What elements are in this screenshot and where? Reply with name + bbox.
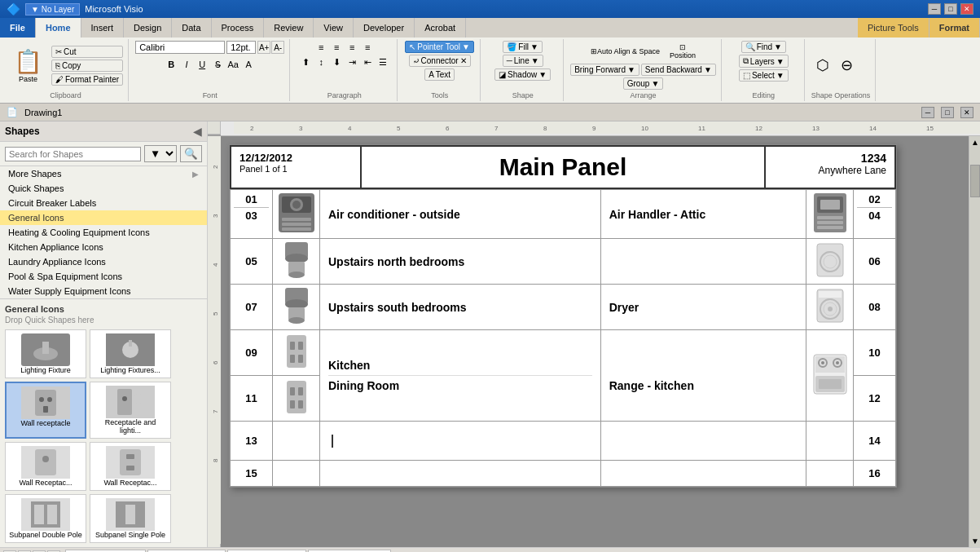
shape-card-lighting-fixture[interactable]: Lighting Fixture — [5, 329, 86, 378]
tab-developer[interactable]: Developer — [354, 18, 415, 38]
document-title: Drawing1 — [24, 108, 62, 117]
svg-rect-15 — [126, 466, 134, 470]
search-bar: ▼ 🔍 — [0, 142, 207, 166]
find-button[interactable]: 🔍 Find ▼ — [741, 41, 786, 53]
shape-card-subpanel-single[interactable]: Subpanel Single Pole — [90, 494, 171, 543]
sidebar-item-heating-cooling[interactable]: Heating & Cooling Equipment Icons — [0, 225, 207, 240]
select-button[interactable]: ⬚ Select ▼ — [739, 69, 789, 82]
underline-button[interactable]: U — [195, 58, 209, 71]
font-name-input[interactable] — [135, 41, 225, 54]
shadow-icon: ◪ — [499, 70, 506, 79]
tab-file[interactable]: File — [0, 18, 36, 38]
shape-card-wall-receptac-1[interactable]: Wall Receptac... — [5, 442, 86, 491]
list-button[interactable]: ☰ — [376, 55, 390, 68]
sidebar-item-kitchen[interactable]: Kitchen Appliance Icons — [0, 240, 207, 254]
tab-insert[interactable]: Insert — [81, 18, 125, 38]
connector-button[interactable]: ⤾ Connector ✕ — [409, 55, 471, 67]
shape-card-subpanel-double[interactable]: Subpanel Double Pole — [5, 494, 86, 543]
strikethrough-button[interactable]: S̶ — [210, 58, 225, 71]
svg-text:13: 13 — [812, 125, 820, 132]
svg-rect-50 — [282, 227, 311, 231]
bring-forward-button[interactable]: Bring Forward▼ — [570, 64, 639, 76]
clipboard-group-title: Clipboard — [8, 90, 123, 99]
scroll-up-button[interactable]: ▲ — [969, 136, 980, 148]
bold-button[interactable]: B — [164, 58, 178, 71]
align-middle-button[interactable]: ↕ — [314, 55, 328, 68]
scroll-down-button[interactable]: ▼ — [969, 535, 980, 547]
align-center-button[interactable]: ≡ — [329, 41, 344, 54]
tab-process[interactable]: Process — [212, 18, 265, 38]
align-left-button[interactable]: ≡ — [314, 41, 328, 54]
no-layer-dropdown[interactable]: ▼ No Layer — [25, 3, 80, 15]
minimize-button[interactable]: ─ — [928, 3, 941, 15]
svg-text:5: 5 — [212, 311, 219, 316]
font-case-button[interactable]: Aa — [226, 58, 240, 71]
outdent-button[interactable]: ⇤ — [360, 55, 375, 68]
circuit-num-08: 08 — [854, 285, 896, 330]
align-justify-button[interactable]: ≡ — [360, 41, 375, 54]
copy-button[interactable]: ⎘ Copy — [51, 60, 123, 72]
sidebar-item-more-shapes[interactable]: More Shapes ▶ — [0, 166, 207, 181]
shape-card-wall-receptac-2[interactable]: Wall Receptac... — [90, 442, 171, 491]
scrollbar-thumb[interactable] — [970, 165, 980, 197]
shadow-button[interactable]: ◪ Shadow ▼ — [494, 68, 551, 81]
search-button[interactable]: 🔍 — [180, 145, 202, 162]
tab-design[interactable]: Design — [124, 18, 172, 38]
sidebar-item-water[interactable]: Water Supply Equipment Icons — [0, 284, 207, 298]
sidebar-item-general-icons[interactable]: General Icons — [0, 210, 207, 225]
fill-button[interactable]: 🪣 Fill ▼ — [503, 41, 543, 53]
paste-button[interactable]: 📋 Paste — [8, 46, 48, 86]
svg-point-83 — [836, 361, 839, 364]
svg-rect-74 — [290, 342, 295, 350]
increase-font-button[interactable]: A+ — [257, 41, 270, 54]
shape-card-lighting-fixtures[interactable]: Lighting Fixtures... — [90, 329, 171, 378]
sidebar-toggle-button[interactable]: ◀ — [193, 125, 202, 138]
align-bottom-button[interactable]: ⬇ — [329, 55, 344, 68]
line-button[interactable]: ─ Line ▼ — [503, 55, 543, 67]
tab-home[interactable]: Home — [36, 18, 81, 38]
sidebar-item-circuit-breaker[interactable]: Circuit Breaker Labels — [0, 196, 207, 210]
restore-button[interactable]: □ — [944, 3, 957, 15]
doc-close-button[interactable]: ✕ — [960, 107, 973, 118]
cut-button[interactable]: ✂ Cut — [51, 46, 123, 58]
drawing-area[interactable]: 12/12/2012 Panel 1 of 1 Main Panel 1234 … — [221, 136, 969, 547]
scrollbar-track[interactable] — [969, 214, 980, 535]
shape-card-wall-receptacle[interactable]: Wall receptacle — [5, 382, 86, 439]
auto-align-button[interactable]: ⊞ Auto Align & Space — [587, 41, 664, 62]
text-button[interactable]: A Text — [424, 68, 455, 81]
font-size-input[interactable] — [226, 41, 256, 54]
tab-format[interactable]: Format — [929, 18, 980, 38]
decrease-font-button[interactable]: A- — [271, 41, 284, 54]
close-button[interactable]: ✕ — [960, 3, 973, 15]
tab-data[interactable]: Data — [172, 18, 211, 38]
align-right-button[interactable]: ≡ — [345, 41, 359, 54]
sidebar-item-quick-shapes[interactable]: Quick Shapes — [0, 181, 207, 196]
sidebar-item-pool[interactable]: Pool & Spa Equipment Icons — [0, 269, 207, 284]
vertical-scrollbar[interactable]: ▲ ▼ — [969, 136, 980, 547]
position-button[interactable]: ⊡ Position — [666, 41, 700, 62]
tab-acrobat[interactable]: Acrobat — [415, 18, 466, 38]
indent-button[interactable]: ⇥ — [345, 55, 359, 68]
tab-review[interactable]: Review — [264, 18, 314, 38]
pointer-tool-button[interactable]: ↖ Pointer Tool ▼ — [405, 41, 474, 53]
editing-group-title: Editing — [728, 90, 799, 99]
shape-ops-button2[interactable]: ⊖ — [836, 54, 859, 77]
doc-restore-button[interactable]: □ — [941, 107, 954, 118]
doc-minimize-button[interactable]: ─ — [921, 107, 934, 118]
svg-rect-21 — [234, 121, 980, 134]
shape-card-receptacle-lighting[interactable]: Receptacle and lighti... — [90, 382, 171, 439]
format-painter-button[interactable]: 🖌 Format Painter — [51, 73, 123, 86]
align-top-button[interactable]: ⬆ — [298, 55, 313, 68]
sidebar-item-laundry[interactable]: Laundry Appliance Icons — [0, 254, 207, 269]
tab-view[interactable]: View — [314, 18, 354, 38]
font-color-button[interactable]: A — [241, 58, 256, 71]
svg-text:6: 6 — [446, 125, 450, 132]
search-input[interactable] — [5, 147, 141, 161]
align-icon: ⊞ — [591, 47, 597, 55]
search-dropdown[interactable]: ▼ — [144, 145, 177, 162]
group-button[interactable]: Group▼ — [623, 77, 664, 90]
shape-ops-button1[interactable]: ⬡ — [811, 54, 834, 77]
send-backward-button[interactable]: Send Backward▼ — [641, 64, 716, 76]
italic-button[interactable]: I — [179, 58, 194, 71]
layers-button[interactable]: ⧉ Layers ▼ — [739, 55, 789, 68]
